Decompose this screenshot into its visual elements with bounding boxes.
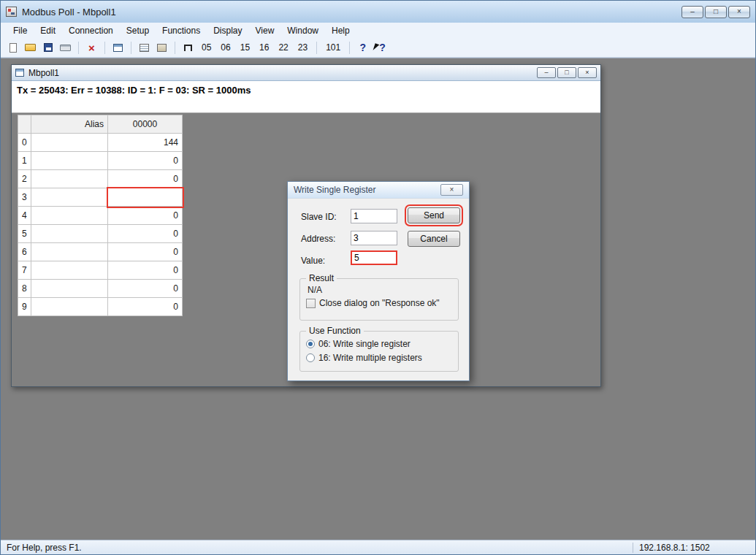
- alias-column-header[interactable]: Alias: [31, 115, 108, 134]
- row-number-cell[interactable]: 3: [18, 188, 31, 207]
- result-value: N/A: [308, 285, 322, 295]
- send-button[interactable]: Send: [408, 207, 460, 223]
- coil-pulse-icon[interactable]: [182, 42, 194, 53]
- value-cell[interactable]: 0: [108, 298, 183, 316]
- value-input[interactable]: [351, 250, 397, 265]
- read-write-definition-icon[interactable]: [112, 42, 124, 53]
- value-cell[interactable]: 0: [108, 152, 183, 170]
- dialog-close-button[interactable]: ×: [440, 184, 463, 196]
- menu-functions[interactable]: Functions: [156, 23, 207, 38]
- result-group: Result N/A Close dialog on "Response ok": [299, 278, 459, 321]
- child-minimize-button[interactable]: –: [537, 67, 556, 78]
- new-file-icon[interactable]: [7, 42, 19, 53]
- toolbar-separator: [104, 42, 105, 54]
- selected-value-cell[interactable]: 0: [108, 188, 183, 207]
- alias-cell[interactable]: [31, 280, 108, 298]
- value-cell[interactable]: 0: [108, 225, 183, 243]
- resize-grip[interactable]: [744, 540, 755, 554]
- function-16-radio[interactable]: [306, 353, 315, 362]
- address-input[interactable]: [351, 231, 397, 245]
- table-row: 2 0: [18, 170, 183, 188]
- register-grid: Alias 00000 0 144 1 0 2 0: [18, 115, 183, 316]
- row-number-cell[interactable]: 4: [18, 207, 31, 225]
- toolbar: × 05 06 15 16 22 23 101 ? ?: [1, 38, 755, 58]
- app-icon: [6, 7, 17, 17]
- toolbar-separator: [175, 42, 175, 54]
- menu-display[interactable]: Display: [207, 23, 248, 38]
- alias-cell[interactable]: [31, 170, 108, 188]
- function-06-radio[interactable]: [306, 340, 315, 348]
- child-title-bar[interactable]: Mbpoll1 – □ ×: [12, 65, 600, 81]
- result-group-title: Result: [306, 273, 337, 283]
- row-number-cell[interactable]: 0: [18, 134, 31, 152]
- function-15-button[interactable]: 15: [238, 41, 252, 54]
- menu-window[interactable]: Window: [280, 23, 325, 38]
- function-101-button[interactable]: 101: [324, 41, 343, 54]
- menu-view[interactable]: View: [249, 23, 281, 38]
- value-cell[interactable]: 0: [108, 170, 183, 188]
- menu-file[interactable]: File: [7, 23, 34, 38]
- open-file-icon[interactable]: [24, 42, 37, 53]
- close-on-response-checkbox[interactable]: [306, 299, 316, 308]
- alias-cell[interactable]: [31, 261, 108, 280]
- slave-id-input[interactable]: [351, 209, 397, 223]
- close-button[interactable]: ×: [728, 6, 750, 18]
- row-number-cell[interactable]: 5: [18, 225, 31, 243]
- row-number-cell[interactable]: 1: [18, 152, 31, 170]
- value-cell[interactable]: 0: [108, 261, 183, 280]
- minimize-button[interactable]: –: [681, 6, 703, 18]
- alias-cell[interactable]: [31, 225, 108, 243]
- alias-cell[interactable]: [31, 243, 108, 261]
- function-06-radio-label: 06: Write single register: [318, 339, 411, 349]
- main-window: Modbus Poll - Mbpoll1 – □ × File Edit Co…: [0, 0, 756, 555]
- poll-status-line: Tx = 25043: Err = 10388: ID = 1: F = 03:…: [12, 81, 600, 113]
- alias-cell[interactable]: [31, 207, 108, 225]
- write-single-register-dialog: Write Single Register × Slave ID: Send A…: [287, 181, 470, 381]
- function-06-button[interactable]: 06: [218, 41, 232, 54]
- alias-cell[interactable]: [31, 188, 108, 207]
- menu-help[interactable]: Help: [325, 23, 356, 38]
- dialog-title-bar[interactable]: Write Single Register ×: [288, 182, 469, 199]
- toolbar-separator: [316, 42, 317, 54]
- alias-cell[interactable]: [31, 298, 108, 316]
- table-row: 8 0: [18, 280, 183, 298]
- alias-cell[interactable]: [31, 134, 108, 152]
- row-number-cell[interactable]: 8: [18, 280, 31, 298]
- about-help-icon[interactable]: ?: [356, 42, 369, 53]
- table-row: 9 0: [18, 298, 183, 316]
- child-maximize-button[interactable]: □: [557, 67, 576, 78]
- function-23-button[interactable]: 23: [296, 41, 310, 54]
- value-cell[interactable]: 0: [108, 243, 183, 261]
- menu-edit[interactable]: Edit: [34, 23, 62, 38]
- alias-cell[interactable]: [31, 152, 108, 170]
- test-center-icon[interactable]: [156, 42, 168, 53]
- table-row: 6 0: [18, 243, 183, 261]
- row-number-cell[interactable]: 7: [18, 261, 31, 280]
- address-label: Address:: [301, 234, 335, 244]
- value-cell[interactable]: 0: [108, 207, 183, 225]
- value-cell[interactable]: 0: [108, 280, 183, 298]
- value-cell[interactable]: 144: [108, 134, 183, 152]
- table-row: 0 144: [18, 134, 183, 152]
- table-row: 3 0: [18, 188, 183, 207]
- function-16-button[interactable]: 16: [257, 41, 271, 54]
- function-22-button[interactable]: 22: [276, 41, 290, 54]
- cancel-button[interactable]: Cancel: [408, 231, 460, 247]
- child-close-button[interactable]: ×: [578, 67, 597, 78]
- row-number-cell[interactable]: 9: [18, 298, 31, 316]
- save-icon[interactable]: [42, 42, 54, 53]
- communication-traffic-icon[interactable]: [138, 42, 150, 53]
- row-number-cell[interactable]: 6: [18, 243, 31, 261]
- title-bar: Modbus Poll - Mbpoll1 – □ ×: [1, 1, 755, 23]
- menu-connection[interactable]: Connection: [62, 23, 120, 38]
- maximize-button[interactable]: □: [705, 6, 727, 18]
- function-05-button[interactable]: 05: [199, 41, 213, 54]
- print-icon[interactable]: [59, 42, 72, 53]
- child-window-icon: [15, 69, 24, 77]
- context-help-icon[interactable]: ?: [374, 42, 386, 53]
- menu-setup[interactable]: Setup: [120, 23, 156, 38]
- toolbar-separator: [349, 42, 350, 54]
- row-number-cell[interactable]: 2: [18, 170, 31, 188]
- value-column-header[interactable]: 00000: [108, 115, 183, 134]
- disconnect-icon[interactable]: ×: [85, 42, 98, 53]
